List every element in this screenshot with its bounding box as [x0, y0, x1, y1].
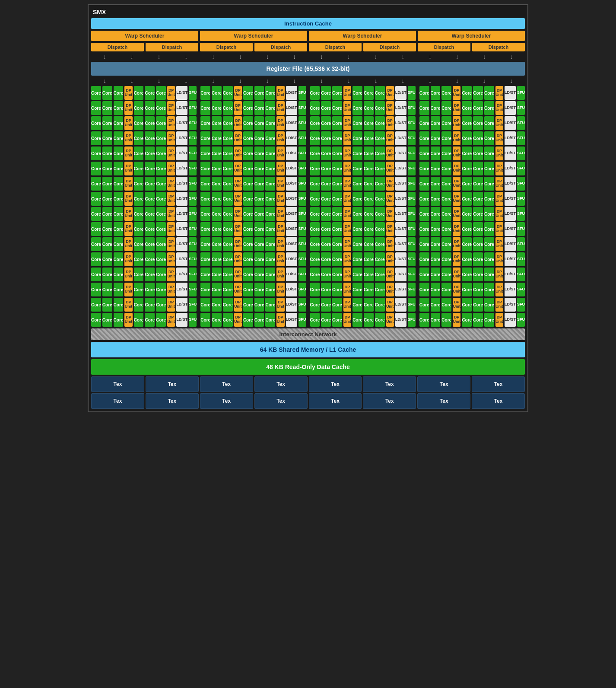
ldst-cell: LD/ST: [505, 207, 516, 221]
sfu-cell: SFU: [517, 162, 525, 175]
dp-unit-cell: DP Unit: [453, 101, 460, 115]
core-cell: Core: [484, 147, 494, 160]
dp-unit-cell: DP Unit: [453, 192, 460, 206]
core-cell: Core: [441, 252, 451, 266]
dp-unit-cell: DP Unit: [453, 207, 460, 221]
tex-cell: Tex: [472, 376, 525, 392]
tex-cell: Tex: [309, 376, 362, 392]
core-cell: Core: [364, 177, 374, 191]
dp-unit-cell: DP Unit: [124, 252, 132, 266]
core-cell: Core: [375, 116, 385, 130]
core-cell: Core: [114, 283, 124, 296]
dp-unit-cell: DP Unit: [386, 222, 394, 236]
ldst-cell: LD/ST: [395, 177, 406, 191]
ldst-cell: LD/ST: [505, 192, 516, 206]
core-cell: Core: [156, 86, 166, 100]
core-cell: Core: [462, 162, 472, 175]
core-cell: Core: [91, 147, 101, 160]
core-cell: Core: [332, 298, 342, 312]
dp-unit-cell: DP Unit: [386, 237, 394, 251]
core-cell: Core: [364, 268, 374, 281]
core-cell: Core: [223, 177, 233, 191]
core-cell: Core: [462, 222, 472, 236]
core-cell: Core: [223, 192, 233, 206]
core-cell: Core: [352, 313, 362, 327]
core-cell: Core: [484, 283, 494, 296]
core-cell: Core: [431, 207, 441, 221]
dp-unit-cell: DP Unit: [167, 177, 175, 191]
core-cell: Core: [484, 86, 494, 100]
core-cell: Core: [243, 207, 253, 221]
tex-cell: Tex: [200, 376, 253, 392]
arrow-11: ↓: [374, 53, 377, 60]
core-cell: Core: [223, 298, 233, 312]
core-cell: Core: [212, 116, 222, 130]
sfu-cell: SFU: [408, 147, 416, 160]
dp-unit-cell: DP Unit: [276, 252, 284, 266]
core-cell: Core: [332, 162, 342, 175]
core-cell: Core: [321, 313, 331, 327]
arrow-8: ↓: [293, 53, 296, 60]
dp-unit-cell: DP Unit: [167, 222, 175, 236]
ldst-cell: LD/ST: [505, 147, 516, 160]
sfu-cell: SFU: [189, 116, 197, 130]
sfu-cell: SFU: [189, 147, 197, 160]
core-cell: Core: [145, 162, 155, 175]
core-row: CoreCoreCoreDP UnitCoreCoreCoreDP UnitLD…: [91, 101, 525, 115]
ldst-cell: LD/ST: [176, 116, 187, 130]
core-cell: Core: [145, 298, 155, 312]
dp-unit-cell: DP Unit: [453, 116, 460, 130]
core-cell: Core: [473, 222, 483, 236]
core-cell: Core: [102, 192, 112, 206]
core-cell: Core: [254, 192, 264, 206]
dp-unit-cell: DP Unit: [453, 162, 460, 175]
dp-unit-cell: DP Unit: [495, 86, 503, 100]
arrow-r14: ↓: [456, 77, 459, 84]
core-cell: Core: [254, 252, 264, 266]
core-cell: Core: [419, 101, 429, 115]
sfu-cell: SFU: [298, 268, 306, 281]
ldst-cell: LD/ST: [286, 268, 297, 281]
core-cell: Core: [431, 116, 441, 130]
dp-unit-cell: DP Unit: [386, 131, 394, 145]
core-cell: Core: [156, 116, 166, 130]
arrow-12: ↓: [401, 53, 404, 60]
dp-unit-cell: DP Unit: [495, 252, 503, 266]
dp-unit-cell: DP Unit: [167, 131, 175, 145]
core-cell: Core: [102, 86, 112, 100]
arrow-r7: ↓: [266, 77, 269, 84]
core-cell: Core: [375, 162, 385, 175]
core-cell: Core: [91, 298, 101, 312]
core-cell: Core: [332, 101, 342, 115]
core-cell: Core: [352, 131, 362, 145]
core-cell: Core: [212, 192, 222, 206]
ldst-cell: LD/ST: [505, 222, 516, 236]
ldst-cell: LD/ST: [176, 147, 187, 160]
core-cell: Core: [91, 101, 101, 115]
core-cell: Core: [375, 131, 385, 145]
dp-unit-cell: DP Unit: [167, 207, 175, 221]
core-cell: Core: [200, 177, 210, 191]
core-row: CoreCoreCoreDP UnitCoreCoreCoreDP UnitLD…: [91, 222, 525, 236]
arrow-7: ↓: [266, 53, 269, 60]
tex-grid: TexTexTexTexTexTexTexTexTexTexTexTexTexT…: [91, 376, 525, 409]
core-cell: Core: [223, 252, 233, 266]
dp-unit-cell: DP Unit: [124, 298, 132, 312]
dp-unit-cell: DP Unit: [276, 298, 284, 312]
ldst-cell: LD/ST: [395, 283, 406, 296]
tex-cell: Tex: [91, 393, 144, 409]
core-cell: Core: [91, 268, 101, 281]
core-cell: Core: [223, 268, 233, 281]
core-cell: Core: [156, 162, 166, 175]
core-cell: Core: [419, 131, 429, 145]
smx-title: SMX: [91, 8, 525, 16]
core-cell: Core: [200, 298, 210, 312]
dispatch-7: Dispatch: [418, 43, 470, 51]
ldst-cell: LD/ST: [176, 131, 187, 145]
core-cell: Core: [156, 237, 166, 251]
core-cell: Core: [310, 147, 320, 160]
core-cell: Core: [145, 237, 155, 251]
core-cell: Core: [114, 313, 124, 327]
ldst-cell: LD/ST: [395, 207, 406, 221]
sfu-cell: SFU: [189, 298, 197, 312]
